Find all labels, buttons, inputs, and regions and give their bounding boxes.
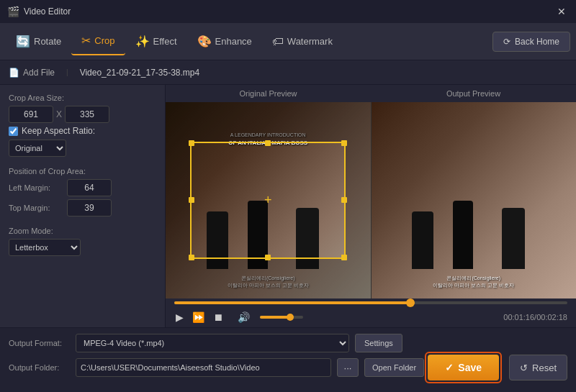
close-button[interactable]: ✕: [554, 4, 569, 19]
tab-effect[interactable]: ✨ Effect: [125, 28, 187, 55]
tab-enhance[interactable]: 🎨 Enhance: [187, 28, 262, 55]
add-file-label: Add File: [23, 68, 55, 78]
add-file-button[interactable]: 📄 Add File: [9, 68, 55, 78]
subtitle-korean-2: 이탈리아 마피아 보스의 고문 비호자: [166, 282, 371, 289]
crop-width-input[interactable]: [9, 106, 53, 123]
open-folder-button[interactable]: Open Folder: [364, 358, 424, 377]
total-time: 00:02:18: [536, 313, 567, 322]
silhouette-mid: [248, 201, 268, 269]
position-label: Position of Crop Area:: [9, 167, 156, 176]
progress-track[interactable]: [174, 301, 567, 304]
zoom-mode-section: Zoom Mode: Letterbox: [9, 227, 156, 256]
enhance-icon: 🎨: [197, 35, 212, 48]
file-divider: |: [66, 68, 68, 76]
current-time: 00:01:16: [503, 313, 534, 322]
top-margin-row: Top Margin:: [9, 199, 156, 216]
bottom-bar: Output Format: MPEG-4 Video (*.mp4) Sett…: [0, 327, 576, 392]
top-margin-input[interactable]: [67, 199, 112, 216]
original-video-mock: A LEGENDARY INTRODUCTION OF AN ITALIAN M…: [166, 102, 371, 298]
folder-path-input[interactable]: [76, 358, 331, 377]
output-subtitle-korean-2: 이탈리아 마피아 보스의 고문 비호자: [372, 282, 577, 289]
main-content: Crop Area Size: X Keep Aspect Ratio: Ori…: [0, 85, 576, 327]
progress-thumb: [406, 298, 415, 307]
video-area: Original Preview Output Preview A LEGEND…: [166, 85, 576, 327]
tab-rotate[interactable]: 🔄 Rotate: [6, 28, 71, 55]
reset-label: Reset: [532, 363, 557, 373]
settings-button[interactable]: Settings: [355, 334, 402, 352]
rotate-icon: 🔄: [16, 35, 30, 48]
output-video-mock: 콘실리에리(Consigliere) 이탈리아 마피아 보스의 고문 비호자: [372, 102, 577, 298]
left-panel: Crop Area Size: X Keep Aspect Ratio: Ori…: [0, 85, 166, 327]
save-button[interactable]: ✓ Save: [428, 355, 499, 380]
tab-watermark[interactable]: 🏷 Watermark: [262, 28, 343, 55]
current-filename: Video_21-09-21_17-35-38.mp4: [80, 68, 200, 78]
volume-track[interactable]: [260, 316, 303, 319]
back-home-button[interactable]: ⟳ Back Home: [492, 32, 570, 52]
progress-fill: [174, 301, 410, 304]
output-format-row: Output Format: MPEG-4 Video (*.mp4) Sett…: [9, 334, 567, 352]
top-margin-label: Top Margin:: [9, 204, 63, 212]
window-title: Video Editor: [24, 6, 554, 17]
save-checkmark-icon: ✓: [445, 362, 454, 373]
back-home-icon: ⟳: [503, 37, 510, 47]
crop-height-input[interactable]: [65, 106, 109, 123]
silhouette-right: [296, 208, 319, 269]
stop-button[interactable]: ⏹: [212, 310, 225, 324]
output-video-background: [372, 102, 577, 298]
left-margin-input[interactable]: [67, 179, 112, 196]
left-margin-row: Left Margin:: [9, 179, 156, 196]
add-file-icon: 📄: [9, 68, 19, 78]
format-select[interactable]: MPEG-4 Video (*.mp4): [76, 334, 349, 352]
output-sil-right: [502, 208, 525, 269]
left-margin-label: Left Margin:: [9, 183, 63, 192]
reset-icon: ↺: [520, 363, 528, 373]
enhance-label: Enhance: [215, 36, 252, 47]
silhouette-left: [207, 211, 228, 269]
subtitle-top: A LEGENDARY INTRODUCTION OF AN ITALIAN M…: [166, 132, 371, 147]
fast-forward-button[interactable]: ⏩: [191, 310, 206, 324]
position-section: Position of Crop Area: Left Margin: Top …: [9, 167, 156, 216]
reset-button[interactable]: ↺ Reset: [509, 355, 567, 380]
crop-area-label: Crop Area Size:: [9, 94, 156, 102]
zoom-mode-select[interactable]: Letterbox: [9, 239, 81, 256]
crop-area-section: Crop Area Size: X Keep Aspect Ratio: Ori…: [9, 94, 156, 157]
previews: A LEGENDARY INTRODUCTION OF AN ITALIAN M…: [166, 102, 576, 298]
app-icon: 🎬: [7, 6, 19, 17]
output-preview-label: Output Preview: [371, 89, 576, 98]
output-folder-label: Output Folder:: [9, 363, 70, 372]
aspect-ratio-row: Keep Aspect Ratio:: [9, 126, 156, 136]
volume-fill: [260, 316, 290, 319]
crop-icon: ✂: [81, 34, 91, 47]
output-format-label: Output Format:: [9, 339, 70, 347]
crop-label: Crop: [94, 35, 114, 46]
file-bar: 📄 Add File | Video_21-09-21_17-35-38.mp4: [0, 60, 576, 85]
output-sil-mid: [453, 201, 473, 269]
keep-aspect-checkbox[interactable]: [9, 127, 18, 136]
playback-bar: ▶ ⏩ ⏹ 🔊 00:01:16/00:02:18: [166, 298, 576, 327]
controls-row: ▶ ⏩ ⏹ 🔊 00:01:16/00:02:18: [174, 310, 567, 324]
aspect-ratio-select[interactable]: Original: [9, 140, 66, 157]
save-label: Save: [458, 362, 482, 373]
subtitle-top-line2: OF AN ITALIAN MAFIA BOSS: [166, 139, 371, 147]
effect-label: Effect: [153, 36, 177, 47]
original-preview-label: Original Preview: [166, 89, 371, 98]
toolbar: 🔄 Rotate ✂ Crop ✨ Effect 🎨 Enhance 🏷 Wat…: [0, 23, 576, 60]
browse-button[interactable]: ···: [337, 358, 359, 377]
play-button[interactable]: ▶: [174, 310, 185, 324]
subtitle-top-line1: A LEGENDARY INTRODUCTION: [166, 132, 371, 139]
watermark-label: Watermark: [287, 36, 333, 47]
title-bar: 🎬 Video Editor ✕: [0, 0, 576, 23]
back-home-label: Back Home: [515, 37, 559, 47]
tab-crop[interactable]: ✂ Crop: [71, 28, 125, 55]
watermark-icon: 🏷: [272, 35, 284, 48]
original-preview-panel: A LEGENDARY INTRODUCTION OF AN ITALIAN M…: [166, 102, 371, 298]
effect-icon: ✨: [135, 35, 150, 48]
volume-icon: 🔊: [236, 310, 251, 324]
subtitle-korean-1: 콘실리에리(Consigliere): [166, 275, 371, 282]
rotate-label: Rotate: [34, 36, 61, 47]
output-subtitle-korean-1: 콘실리에리(Consigliere): [372, 275, 577, 282]
time-display: 00:01:16/00:02:18: [503, 313, 567, 322]
save-button-wrapper: ✓ Save: [425, 352, 502, 383]
output-sil-left: [412, 211, 433, 269]
action-buttons: ✓ Save ↺ Reset: [425, 352, 567, 383]
